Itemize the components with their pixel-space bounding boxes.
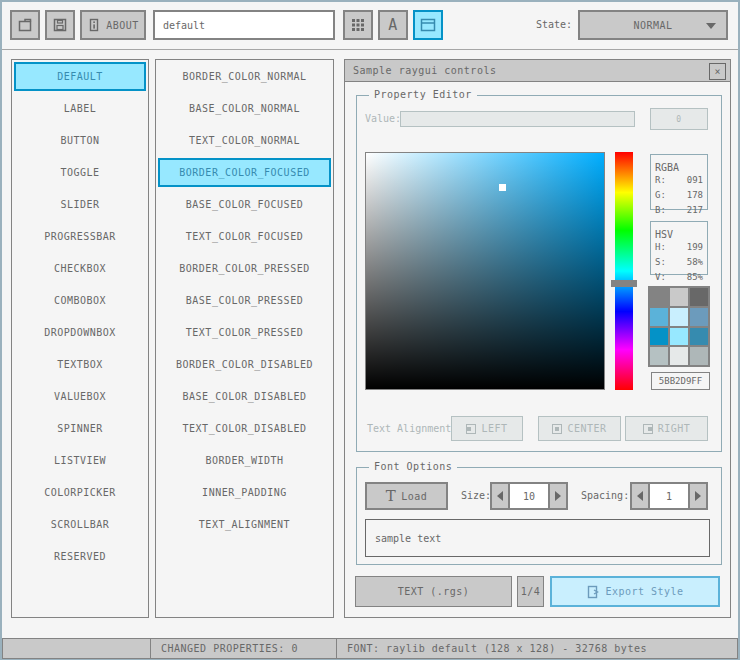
properties-list-item[interactable]: BORDER_WIDTH xyxy=(158,446,331,475)
font-size-label: Size: xyxy=(461,482,491,510)
rgba-row: B: 217 xyxy=(655,203,703,218)
export-format-button[interactable]: TEXT (.rgs) xyxy=(355,576,512,607)
color-picker-panel[interactable] xyxy=(365,152,605,390)
properties-list-item[interactable]: INNER_PADDING xyxy=(158,478,331,507)
spacing-value: 1 xyxy=(666,491,672,502)
sample-text-box[interactable]: sample text xyxy=(365,519,710,557)
export-format-pager-button[interactable]: 1/4 xyxy=(517,576,544,607)
controls-list-item[interactable]: SLIDER xyxy=(14,190,146,219)
color-picker-cursor[interactable] xyxy=(499,184,506,191)
floppy-icon xyxy=(52,17,68,33)
grid-view-button[interactable] xyxy=(343,10,373,40)
spacing-increase-button[interactable] xyxy=(688,482,708,510)
hue-slider[interactable] xyxy=(615,152,633,390)
palette-swatch[interactable] xyxy=(650,347,668,365)
font-spacing-label: Spacing: xyxy=(581,482,629,510)
sample-window-titlebar: Sample raygui controls xyxy=(345,60,730,82)
controls-list-item[interactable]: LISTVIEW xyxy=(14,446,146,475)
triangle-right-icon xyxy=(555,491,561,501)
controls-list-item[interactable]: VALUEBOX xyxy=(14,382,146,411)
text-alignment-label: Text Alignment: xyxy=(367,416,457,441)
hsv-row-key: H: xyxy=(655,240,666,255)
palette-swatch[interactable] xyxy=(690,328,708,346)
load-font-button[interactable]: T Load xyxy=(365,482,448,510)
size-decrease-button[interactable] xyxy=(490,482,510,510)
value-apply-button[interactable]: 0 xyxy=(650,108,708,130)
properties-list-item[interactable]: BASE_COLOR_PRESSED xyxy=(158,286,331,315)
controls-list-item[interactable]: BUTTON xyxy=(14,126,146,155)
triangle-right-icon xyxy=(695,491,701,501)
properties-list-item[interactable]: TEXT_COLOR_DISABLED xyxy=(158,414,331,443)
close-button[interactable]: × xyxy=(709,63,726,80)
triangle-left-icon xyxy=(637,491,643,501)
save-style-button[interactable] xyxy=(45,10,75,40)
value-input[interactable] xyxy=(400,111,635,127)
properties-list-item[interactable]: BORDER_COLOR_DISABLED xyxy=(158,350,331,379)
palette-swatch[interactable] xyxy=(670,347,688,365)
folder-icon xyxy=(17,17,33,33)
controls-list-item[interactable]: LABEL xyxy=(14,94,146,123)
hsv-row-value: 58% xyxy=(687,255,703,270)
triangle-left-icon xyxy=(497,491,503,501)
controls-list-item[interactable]: RESERVED xyxy=(14,542,146,571)
properties-list-item[interactable]: TEXT_ALIGNMENT xyxy=(158,510,331,539)
export-style-button[interactable]: Export Style xyxy=(550,576,720,607)
controls-list-item[interactable]: DEFAULT xyxy=(14,62,146,91)
hue-slider-handle[interactable] xyxy=(611,280,637,287)
palette-swatch[interactable] xyxy=(650,328,668,346)
style-table-view-button[interactable] xyxy=(413,10,443,40)
align-center-icon xyxy=(552,424,562,434)
rgba-group: RGBA R: 091 G: 178 B: 217 xyxy=(650,154,708,210)
controls-list-item[interactable]: TOGGLE xyxy=(14,158,146,187)
palette-swatch[interactable] xyxy=(670,328,688,346)
hex-value-box[interactable]: 5BB2D9FF xyxy=(651,372,710,390)
toolbar: ABOUT A State: NORMAL xyxy=(2,2,738,50)
palette-swatch[interactable] xyxy=(690,347,708,365)
size-value-box[interactable]: 10 xyxy=(510,482,548,510)
controls-list-item[interactable]: SPINNER xyxy=(14,414,146,443)
controls-list-item[interactable]: SCROLLBAR xyxy=(14,510,146,539)
font-A-icon: A xyxy=(388,16,398,34)
hsv-row: H: 199 xyxy=(655,240,703,255)
value-apply-button-label: 0 xyxy=(676,115,681,124)
align-right-button[interactable]: RIGHT xyxy=(625,416,708,441)
properties-list-item[interactable]: BASE_COLOR_DISABLED xyxy=(158,382,331,411)
controls-list-item[interactable]: COLORPICKER xyxy=(14,478,146,507)
hsv-group-title: HSV xyxy=(655,229,673,240)
properties-list-item[interactable]: TEXT_COLOR_NORMAL xyxy=(158,126,331,155)
properties-list-item[interactable]: BORDER_COLOR_PRESSED xyxy=(158,254,331,283)
align-right-label: RIGHT xyxy=(658,423,691,434)
palette-swatch[interactable] xyxy=(690,308,708,326)
controls-list-item[interactable]: DROPDOWNBOX xyxy=(14,318,146,347)
controls-list-item[interactable]: COMBOBOX xyxy=(14,286,146,315)
controls-list-item[interactable]: TEXTBOX xyxy=(14,350,146,379)
spacing-value-box[interactable]: 1 xyxy=(650,482,688,510)
about-button[interactable]: ABOUT xyxy=(80,10,146,40)
align-center-button[interactable]: CENTER xyxy=(538,416,621,441)
spacing-decrease-button[interactable] xyxy=(630,482,650,510)
palette-swatch[interactable] xyxy=(670,308,688,326)
hsv-row-key: V: xyxy=(655,270,666,285)
properties-list-item[interactable]: BORDER_COLOR_FOCUSED xyxy=(158,158,331,187)
properties-list-item[interactable]: TEXT_COLOR_PRESSED xyxy=(158,318,331,347)
palette-swatch[interactable] xyxy=(690,288,708,306)
new-style-button[interactable] xyxy=(10,10,40,40)
font-view-button[interactable]: A xyxy=(378,10,408,40)
controls-list: DEFAULT LABEL BUTTON TOGGLE SLIDER PROGR… xyxy=(11,59,149,618)
properties-list-item[interactable]: BASE_COLOR_FOCUSED xyxy=(158,190,331,219)
state-dropdown[interactable]: NORMAL xyxy=(578,10,728,40)
palette-swatch[interactable] xyxy=(670,288,688,306)
statusbar-changed-properties: CHANGED PROPERTIES: 0 xyxy=(151,639,337,658)
size-increase-button[interactable] xyxy=(548,482,568,510)
palette-swatch[interactable] xyxy=(650,288,668,306)
properties-list-item[interactable]: BASE_COLOR_NORMAL xyxy=(158,94,331,123)
controls-list-item[interactable]: CHECKBOX xyxy=(14,254,146,283)
controls-list-item[interactable]: PROGRESSBAR xyxy=(14,222,146,251)
properties-list-item[interactable]: BORDER_COLOR_NORMAL xyxy=(158,62,331,91)
palette-swatch[interactable] xyxy=(650,308,668,326)
sample-window-title: Sample raygui controls xyxy=(353,65,496,76)
align-left-button[interactable]: LEFT xyxy=(451,416,523,441)
properties-list-item[interactable]: TEXT_COLOR_FOCUSED xyxy=(158,222,331,251)
style-name-input[interactable] xyxy=(153,10,335,40)
export-format-label: TEXT (.rgs) xyxy=(398,586,470,597)
